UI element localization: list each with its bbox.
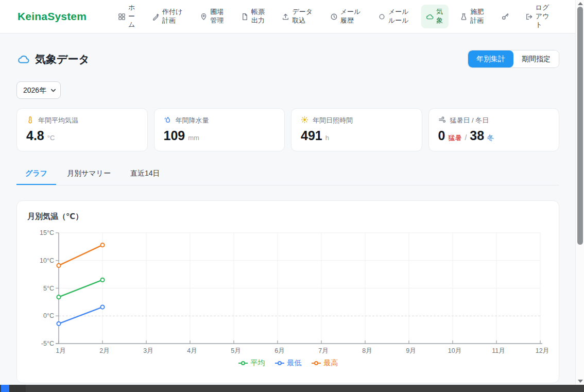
svg-text:7月: 7月 [318, 347, 328, 354]
bottom-bar-accent [1, 385, 9, 392]
nav-item-label: データ取込 [292, 8, 314, 25]
app-window: KeinaSystem ホーム 作付け計画 [0, 0, 584, 392]
year-select[interactable]: 2026年 [16, 81, 61, 99]
svg-text:-5°C: -5°C [41, 340, 54, 347]
nav-item-label: 帳票出力 [251, 8, 266, 25]
droplet-icon [164, 116, 171, 125]
nav-item-weather[interactable]: 気象 [421, 5, 449, 28]
year-select-wrap: 2026年 [16, 81, 61, 99]
svg-text:12月: 12月 [536, 347, 549, 354]
page-title-wrap: 気象データ [16, 52, 90, 66]
chart-title: 月別気温（℃） [27, 212, 548, 221]
nav-item-data-import[interactable]: データ取込 [277, 5, 318, 28]
logout-icon [525, 13, 533, 21]
nav-item-label: 気象 [436, 8, 444, 25]
toggle-yearly[interactable]: 年別集計 [468, 50, 513, 67]
tab-graph[interactable]: グラフ [16, 165, 56, 185]
stat-separator: / [465, 133, 467, 142]
legend-item: 平均 [238, 359, 265, 368]
grid-icon [118, 13, 126, 21]
svg-text:10月: 10月 [448, 347, 461, 354]
nav-item-mail-history[interactable]: メール履歴 [325, 5, 367, 28]
key-icon [501, 12, 509, 21]
bottom-bar-notch [9, 385, 26, 392]
svg-text:8月: 8月 [362, 347, 372, 354]
document-icon [241, 13, 249, 21]
history-icon [330, 13, 338, 21]
svg-text:0°C: 0°C [43, 312, 54, 319]
cloud-icon [16, 53, 30, 65]
nav-item-label: ログアウト [536, 4, 551, 29]
scroll-up-arrow[interactable] [578, 2, 583, 5]
stat-value: 4.8 [26, 128, 44, 143]
stat-value: 109 [164, 128, 185, 143]
svg-text:5°C: 5°C [43, 285, 54, 292]
nav-item-password[interactable] [496, 9, 514, 24]
svg-text:3月: 3月 [143, 347, 153, 354]
title-row: 気象データ 年別集計 期間指定 [16, 50, 559, 68]
nav-item-home[interactable]: ホーム [113, 1, 141, 32]
cloud-icon [426, 13, 434, 21]
tabs-row: グラフ 月別サマリー 直近14日 [16, 165, 559, 185]
stat-card-avg-temp: 年間平均気温 4.8 °C [16, 108, 148, 151]
stat-card-precipitation: 年間降水量 109 mm [154, 108, 285, 151]
scroll-down-arrow[interactable] [578, 380, 583, 383]
app-logo: KeinaSystem [18, 10, 87, 23]
main-column: KeinaSystem ホーム 作付け計画 [0, 0, 575, 385]
legend-marker-icon [238, 361, 248, 366]
legend-marker-icon [274, 361, 285, 366]
pen-icon [152, 13, 160, 21]
toggle-period[interactable]: 期間指定 [513, 50, 559, 67]
sun-icon [301, 116, 308, 125]
vertical-scrollbar[interactable] [575, 0, 584, 385]
flask-icon [460, 13, 468, 21]
chart-legend: 平均最低最高 [27, 359, 548, 368]
view-toggle-group: 年別集計 期間指定 [468, 50, 559, 68]
thermometer-icon [26, 116, 34, 125]
header: KeinaSystem ホーム 作付け計画 [0, 0, 575, 33]
map-pin-icon [200, 13, 208, 21]
stat-unit: mm [188, 134, 199, 142]
legend-label: 最低 [287, 359, 302, 368]
stat-label: 年間平均気温 [38, 116, 78, 125]
tab-monthly-summary[interactable]: 月別サマリー [58, 165, 119, 185]
nav-item-field-management[interactable]: 圃場管理 [195, 5, 230, 28]
upload-icon [282, 13, 289, 21]
legend-label: 平均 [251, 359, 265, 368]
nav-item-label: 施肥計画 [470, 8, 485, 25]
svg-text:9月: 9月 [406, 347, 416, 354]
nav-item-report-output[interactable]: 帳票出力 [236, 5, 271, 28]
stat-label: 年間降水量 [176, 116, 209, 125]
svg-text:2月: 2月 [99, 347, 109, 354]
stat-label: 年間日照時間 [313, 116, 353, 125]
stat-label: 猛暑日 / 冬日 [450, 116, 489, 125]
wind-icon [438, 116, 446, 125]
nav-item-planting-plan[interactable]: 作付け計画 [147, 5, 188, 28]
chart-card: 月別気温（℃） -5°C0°C5°C10°C15°C1月2月3月4月5月6月7月… [16, 200, 559, 383]
nav-item-fertilizer-plan[interactable]: 施肥計画 [455, 5, 490, 28]
page-title: 気象データ [35, 52, 90, 66]
nav-item-label: メール履歴 [340, 8, 362, 25]
scrollbar-thumb[interactable] [577, 7, 583, 245]
nav-item-label: 圃場管理 [210, 8, 225, 25]
legend-item: 最高 [311, 359, 338, 368]
tab-recent-14-days[interactable]: 直近14日 [122, 165, 169, 185]
svg-text:5月: 5月 [231, 347, 241, 354]
nav-item-mail-rules[interactable]: メールルール [373, 5, 415, 28]
nav-item-label: 作付け計画 [162, 8, 184, 25]
legend-label: 最高 [324, 359, 338, 368]
stat-tag-hot: 猛暑 [448, 133, 461, 143]
legend-item: 最低 [274, 359, 302, 368]
temperature-chart: -5°C0°C5°C10°C15°C1月2月3月4月5月6月7月8月9月10月1… [27, 228, 549, 356]
content-area: 気象データ 年別集計 期間指定 2026年 [0, 33, 575, 385]
legend-marker-icon [311, 361, 321, 366]
svg-text:6月: 6月 [274, 347, 284, 354]
nav-item-label: ホーム [128, 4, 136, 29]
stat-unit: °C [47, 134, 55, 142]
nav-item-logout[interactable]: ログアウト [521, 1, 555, 32]
stat-value-hot-days: 0 [438, 128, 445, 143]
stat-card-sunshine: 年間日照時間 491 h [291, 108, 422, 151]
circle-icon [378, 13, 386, 21]
svg-text:15°C: 15°C [40, 229, 54, 236]
nav-item-label: メールルール [388, 8, 410, 25]
